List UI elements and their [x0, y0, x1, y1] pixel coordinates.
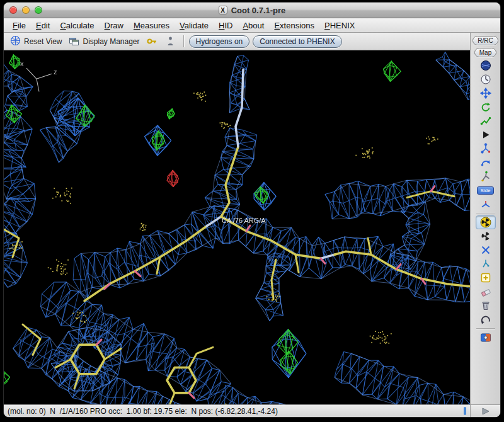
rrc-button[interactable]: R/RC [472, 36, 498, 45]
statusbar-run-icon[interactable] [471, 404, 500, 417]
key-icon[interactable] [145, 35, 160, 48]
torsion-general-icon[interactable] [476, 114, 496, 128]
reset-view-icon [10, 35, 21, 48]
delete-item-icon[interactable] [476, 299, 496, 312]
jed-flip-icon[interactable] [476, 197, 496, 211]
recentring-view-icon[interactable] [476, 72, 496, 86]
title-bar[interactable]: X Coot 0.7.1-pre [4, 3, 500, 18]
menu-measures[interactable]: Measures [129, 20, 175, 31]
undo-icon[interactable] [476, 312, 496, 326]
flip-peptide-icon[interactable] [476, 156, 496, 169]
reset-view-label: Reset View [24, 37, 62, 46]
display-manager-icon [69, 35, 79, 48]
go-to-atom-icon[interactable] [163, 35, 178, 48]
x11-app-icon: X [219, 6, 227, 14]
right-toolbar: R/RC Map Side [470, 33, 500, 417]
regularize-zone-icon[interactable] [476, 229, 496, 243]
reset-view-button[interactable]: Reset View [8, 34, 64, 49]
map-button[interactable]: Map [474, 48, 496, 57]
gl-canvas[interactable] [4, 50, 470, 404]
menu-edit[interactable]: Edit [31, 20, 55, 31]
window-title-wrap: X Coot 0.7.1-pre [4, 6, 500, 15]
side-chain-180-icon[interactable]: Side [476, 183, 496, 197]
phenix-connection-button[interactable]: Connected to PHENIX [253, 35, 341, 48]
minimize-button[interactable] [22, 6, 30, 14]
close-button[interactable] [9, 6, 17, 14]
menu-bar: File Edit Calculate Draw Measures Valida… [4, 18, 500, 33]
menu-draw[interactable]: Draw [100, 20, 129, 31]
menu-file[interactable]: File [8, 20, 31, 31]
toolbar-separator [183, 35, 184, 47]
side-tag-label: Side [477, 186, 493, 195]
real-space-refine-icon[interactable] [476, 215, 496, 229]
axis-z-label: z [54, 68, 57, 76]
app-window: X Coot 0.7.1-pre File Edit Calculate Dra… [4, 3, 500, 417]
pepflip-icon[interactable] [476, 243, 496, 257]
menu-validate[interactable]: Validate [175, 20, 214, 31]
status-bar: (mol. no: 0) N /1/A/160 PRO occ: 1.00 bf… [4, 404, 470, 417]
auto-fit-rotamer-icon[interactable] [476, 169, 496, 183]
add-alt-conf-icon[interactable] [476, 257, 496, 271]
rotate-translate-zone-icon[interactable] [476, 86, 496, 100]
gl-viewport: x z CA /76 ARG/A [4, 50, 470, 404]
menu-phenix[interactable]: PHENIX [319, 20, 360, 31]
mutate-icon[interactable] [476, 285, 496, 299]
window-title: Coot 0.7.1-pre [231, 6, 286, 15]
status-text: (mol. no: 0) N /1/A/160 PRO occ: 1.00 bf… [8, 407, 278, 416]
display-manager-button[interactable]: Display Manager [67, 34, 141, 49]
rigid-body-fit-icon[interactable] [476, 100, 496, 114]
right-toolbar-divider-2 [476, 328, 495, 329]
zoom-button[interactable] [35, 6, 42, 14]
navigation-sphere-icon[interactable] [476, 59, 496, 72]
main-toolbar: Reset View Display Manager Hydrogens on … [4, 33, 470, 50]
run-refmac-icon[interactable] [476, 128, 496, 142]
right-toolbar-divider [476, 213, 495, 214]
menu-hid[interactable]: HID [214, 20, 238, 31]
menu-calculate[interactable]: Calculate [55, 20, 99, 31]
axis-x-label: x [20, 60, 24, 67]
edit-chi-angles-icon[interactable] [476, 142, 496, 156]
menu-extensions[interactable]: Extensions [269, 20, 319, 31]
menu-about[interactable]: About [238, 20, 269, 31]
window-controls [4, 6, 42, 14]
status-scrollbar[interactable] [464, 407, 466, 415]
atom-label: CA /76 ARG/A [222, 217, 266, 224]
add-terminal-residue-icon[interactable] [476, 271, 496, 285]
ligand-builder-icon[interactable] [476, 331, 496, 345]
hydrogens-toggle-button[interactable]: Hydrogens on [189, 35, 250, 48]
display-manager-label: Display Manager [83, 37, 139, 46]
